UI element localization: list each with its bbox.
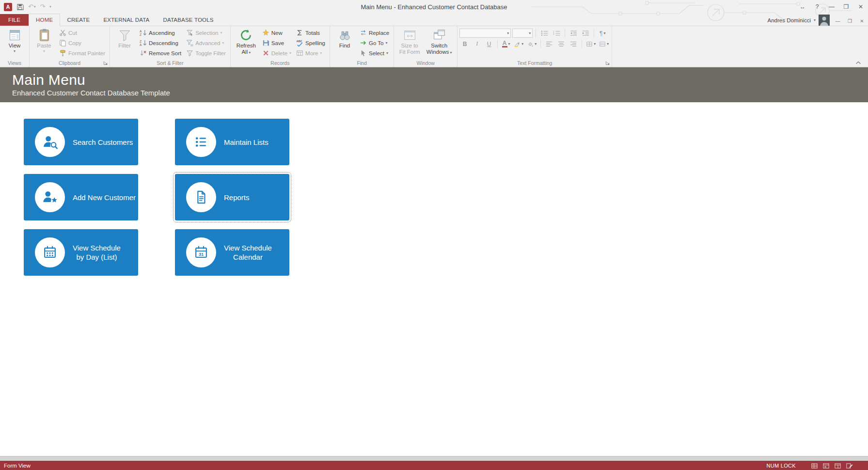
alternate-row-color-button[interactable]: ▾ [598, 39, 610, 48]
gridlines-button[interactable]: ▾ [585, 39, 597, 48]
toggle-filter-icon [186, 49, 193, 57]
schedule-calendar-icon [186, 237, 216, 267]
chevron-down-icon: ▾ [34, 3, 36, 11]
find-button[interactable]: Find [332, 27, 357, 50]
remove-sort-button[interactable]: Remove Sort [137, 48, 184, 58]
totals-button[interactable]: Totals [294, 28, 328, 38]
divider [540, 40, 541, 48]
tile-reports[interactable]: Reports [175, 174, 289, 220]
group-label-find: Find [330, 60, 394, 66]
go-to-button[interactable]: Go To▾ [357, 38, 392, 48]
divider [565, 29, 565, 37]
filter-button[interactable]: Filter [112, 27, 137, 50]
toggle-filter-button[interactable]: Toggle Filter [184, 48, 228, 58]
secondary-close-button[interactable]: ✕ [856, 16, 868, 26]
ribbon-group-find: Find Replace Go To▾ Select▾ Find [330, 26, 394, 67]
new-record-button[interactable]: New [260, 28, 294, 38]
paste-button[interactable]: Paste ▾ [32, 27, 57, 54]
chevron-down-icon: ▾ [249, 50, 251, 55]
tile-add-new-customer[interactable]: Add New Customer [24, 174, 138, 220]
bullets-button[interactable] [539, 29, 550, 38]
numbering-button[interactable]: 12 [551, 29, 562, 38]
format-painter-button[interactable]: Format Painter [57, 48, 108, 58]
num-lock-indicator: NUM LOCK [767, 463, 796, 469]
save-quick-button[interactable] [16, 3, 24, 11]
chevron-down-icon: ▾ [507, 31, 509, 35]
sigma-icon [296, 29, 303, 36]
layout-view-icon [834, 462, 841, 470]
group-label-sort-filter: Sort & Filter [110, 60, 230, 66]
clipboard-dialog-launcher[interactable] [103, 60, 109, 66]
account-menu[interactable]: Andres Dominicci ▾ [768, 15, 832, 26]
font-size-select[interactable]: ▾ [512, 29, 533, 38]
tile-view-schedule-by-day[interactable]: View Schedule by Day (List) [24, 229, 138, 276]
align-left-button[interactable] [544, 39, 554, 48]
delete-record-button[interactable]: Delete▾ [260, 48, 294, 58]
redo-button[interactable]: ↷ [40, 3, 45, 11]
replace-button[interactable]: Replace [357, 28, 392, 38]
tab-file[interactable]: FILE [0, 14, 29, 26]
horizontal-scrollbar[interactable] [0, 456, 868, 461]
access-logo-icon: A [4, 3, 12, 11]
tab-create[interactable]: CREATE [60, 14, 96, 26]
sort-ascending-icon [140, 29, 147, 36]
help-button[interactable]: ? [810, 0, 824, 13]
underline-button[interactable]: U [484, 39, 494, 48]
select-button[interactable]: Select▾ [357, 48, 392, 58]
minimize-button[interactable]: — [824, 0, 839, 13]
tile-maintain-lists[interactable]: Maintain Lists [175, 119, 289, 165]
size-to-fit-form-button[interactable]: Size to Fit Form [396, 27, 423, 56]
view-button[interactable]: View ▾ [2, 27, 27, 54]
form-view-icon [8, 28, 22, 42]
binoculars-icon [338, 28, 352, 42]
quick-access-toolbar: A ↶▾ ↷ ▾ [0, 3, 51, 11]
italic-button[interactable]: I [472, 39, 482, 48]
selection-button[interactable]: Selection▾ [184, 28, 228, 38]
more-button[interactable]: More▾ [294, 48, 328, 58]
collapse-ribbon-button[interactable] [855, 61, 861, 64]
group-label-text-formatting: Text Formatting [458, 60, 612, 66]
tab-external-data[interactable]: EXTERNAL DATA [96, 14, 156, 26]
tile-view-schedule-calendar[interactable]: View Schedule Calendar [175, 229, 289, 276]
background-color-button[interactable]: ▾ [526, 39, 537, 48]
ascending-button[interactable]: Ascending [137, 28, 184, 38]
cut-button[interactable]: Cut [57, 28, 108, 38]
customize-quick-access-button[interactable]: ▾ [49, 3, 51, 11]
bold-button[interactable]: B [459, 39, 470, 48]
selection-filter-icon [186, 29, 193, 36]
datasheet-view-shortcut[interactable] [810, 462, 819, 470]
highlight-color-button[interactable]: ▾ [513, 39, 524, 48]
secondary-restore-button[interactable]: ❐ [844, 16, 856, 26]
spelling-button[interactable]: Spelling [294, 38, 328, 48]
text-direction-button[interactable]: ¶▾ [597, 29, 608, 38]
align-center-button[interactable] [556, 39, 567, 48]
undo-button[interactable]: ↶▾ [28, 3, 35, 11]
decrease-indent-button[interactable] [568, 29, 579, 38]
descending-button[interactable]: Descending [137, 38, 184, 48]
design-view-shortcut[interactable] [845, 462, 853, 470]
close-button[interactable]: ✕ [853, 0, 868, 13]
layout-view-shortcut[interactable] [834, 462, 842, 470]
window-controls: ↔ ? — ❐ ✕ [795, 0, 868, 13]
paste-icon [37, 28, 51, 42]
text-formatting-dialog-launcher[interactable] [605, 60, 611, 66]
copy-button[interactable]: Copy [57, 38, 108, 48]
form-view-shortcut[interactable] [822, 462, 830, 470]
refresh-all-button[interactable]: Refresh All▾ [233, 27, 260, 56]
restore-button[interactable]: ❐ [839, 0, 853, 13]
align-right-button[interactable] [568, 39, 579, 48]
tab-database-tools[interactable]: DATABASE TOOLS [156, 14, 220, 26]
advanced-filter-button[interactable]: Advanced▾ [184, 38, 228, 48]
secondary-minimize-button[interactable]: — [832, 16, 844, 26]
save-record-button[interactable]: Save [260, 38, 294, 48]
font-name-select[interactable]: ▾ [459, 29, 511, 38]
add-new-customer-icon [35, 182, 65, 212]
tab-home[interactable]: HOME [29, 14, 60, 26]
font-color-button[interactable]: A▾ [501, 39, 511, 48]
fullscreen-toggle-button[interactable]: ↔ [795, 0, 810, 13]
tile-search-customers[interactable]: Search Customers [24, 119, 138, 165]
increase-indent-button[interactable] [580, 29, 591, 38]
switch-windows-button[interactable]: Switch Windows▾ [423, 27, 455, 56]
floppy-icon [262, 39, 269, 47]
scissors-icon [59, 29, 66, 36]
